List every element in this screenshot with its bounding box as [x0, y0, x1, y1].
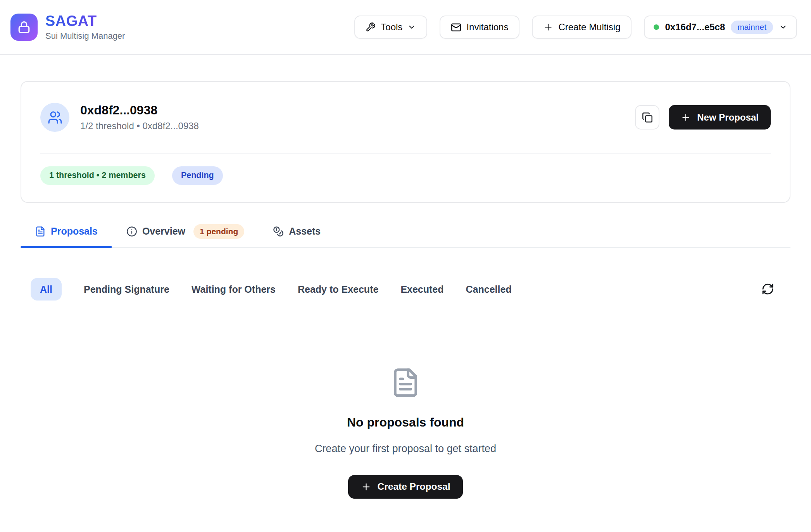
tab-assets-label: Assets [289, 226, 321, 237]
empty-state: No proposals found Create your first pro… [21, 367, 790, 499]
chevron-down-icon [779, 23, 787, 31]
copy-icon [642, 112, 653, 123]
multisig-titles: 0xd8f2...0938 1/2 threshold • 0xd8f2...0… [80, 103, 199, 131]
empty-state-title: No proposals found [347, 415, 464, 430]
multisig-card: 0xd8f2...0938 1/2 threshold • 0xd8f2...0… [21, 81, 790, 203]
new-proposal-button[interactable]: New Proposal [669, 105, 771, 130]
brand: SAGAT Sui Multisig Manager [10, 13, 125, 41]
brand-text: SAGAT Sui Multisig Manager [45, 13, 125, 41]
tab-bar: Proposals Overview 1 pending Assets [21, 224, 790, 248]
app-name: SAGAT [45, 13, 125, 29]
app-tagline: Sui Multisig Manager [45, 31, 125, 41]
new-proposal-label: New Proposal [697, 112, 759, 123]
members-badge: 1 threshold • 2 members [40, 166, 155, 185]
empty-state-subtitle: Create your first proposal to get starte… [315, 443, 496, 455]
tab-overview-label: Overview [142, 226, 185, 237]
tab-overview[interactable]: Overview 1 pending [112, 224, 259, 247]
tools-button[interactable]: Tools [354, 16, 427, 39]
multisig-card-actions: New Proposal [635, 105, 771, 130]
status-badge: Pending [172, 166, 223, 185]
create-multisig-label: Create Multisig [558, 22, 620, 33]
multisig-title: 0xd8f2...0938 [80, 103, 199, 117]
invitations-label: Invitations [466, 22, 508, 33]
mail-icon [451, 22, 461, 33]
tab-proposals-label: Proposals [51, 226, 98, 237]
main-content: 0xd8f2...0938 1/2 threshold • 0xd8f2...0… [0, 81, 811, 499]
chevron-down-icon [407, 23, 416, 31]
filter-pending-signature[interactable]: Pending Signature [84, 283, 169, 295]
tools-label: Tools [381, 22, 402, 33]
invitations-button[interactable]: Invitations [440, 16, 519, 39]
tab-proposals[interactable]: Proposals [21, 224, 112, 247]
plus-icon [543, 22, 553, 32]
multisig-badges: 1 threshold • 2 members Pending [40, 166, 771, 185]
card-divider [40, 153, 771, 154]
filter-executed[interactable]: Executed [400, 283, 443, 295]
tab-assets[interactable]: Assets [259, 224, 335, 247]
create-proposal-button[interactable]: Create Proposal [348, 475, 463, 499]
create-multisig-button[interactable]: Create Multisig [532, 16, 632, 39]
multisig-meta: 1/2 threshold • 0xd8f2...0938 [80, 121, 199, 131]
coins-icon [273, 226, 284, 237]
file-text-icon [35, 226, 46, 237]
app-logo [10, 14, 38, 41]
refresh-icon [761, 283, 774, 295]
wallet-menu-button[interactable]: 0x16d7...e5c8 mainnet [644, 16, 797, 39]
info-icon [126, 226, 137, 237]
app-header: SAGAT Sui Multisig Manager Tools I [0, 0, 811, 55]
copy-address-button[interactable] [635, 105, 659, 130]
filter-all[interactable]: All [31, 278, 62, 301]
plus-icon [681, 112, 691, 123]
network-status-dot [654, 24, 659, 30]
filter-ready-to-execute[interactable]: Ready to Execute [298, 283, 378, 295]
pending-count-badge: 1 pending [193, 224, 244, 239]
plus-icon [361, 482, 371, 492]
refresh-button[interactable] [761, 283, 774, 295]
filter-cancelled[interactable]: Cancelled [466, 283, 512, 295]
wallet-address: 0x16d7...e5c8 [665, 22, 725, 33]
multisig-card-header: 0xd8f2...0938 1/2 threshold • 0xd8f2...0… [40, 103, 771, 132]
header-actions: Tools Invitations Create Multisig 0x16d7… [354, 16, 797, 39]
users-icon [48, 110, 62, 125]
wrench-icon [366, 22, 376, 32]
multisig-avatar [40, 103, 69, 132]
lock-icon [17, 20, 31, 34]
create-proposal-label: Create Proposal [378, 481, 450, 492]
proposal-filters: All Pending Signature Waiting for Others… [21, 278, 790, 301]
empty-document-icon [390, 367, 421, 398]
filter-waiting-for-others[interactable]: Waiting for Others [192, 283, 276, 295]
network-badge: mainnet [731, 21, 773, 34]
